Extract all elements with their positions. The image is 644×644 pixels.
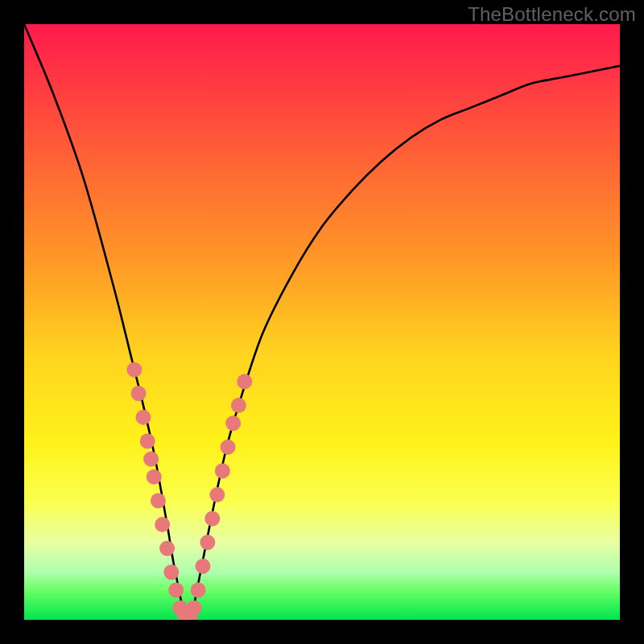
- data-marker: [131, 386, 147, 401]
- data-marker: [209, 487, 225, 502]
- data-marker: [191, 583, 206, 598]
- data-marker: [163, 564, 179, 580]
- data-marker: [155, 517, 170, 532]
- data-marker: [143, 452, 159, 467]
- data-marker: [168, 583, 184, 598]
- data-marker: [151, 493, 166, 509]
- data-marker: [237, 374, 252, 390]
- data-marker: [225, 415, 241, 431]
- marker-group: [126, 362, 252, 620]
- data-marker: [159, 541, 175, 556]
- bottleneck-curve: [24, 24, 620, 620]
- data-marker: [231, 398, 246, 413]
- data-marker: [126, 362, 142, 378]
- data-marker: [204, 511, 220, 526]
- data-marker: [147, 469, 162, 485]
- data-marker: [221, 440, 236, 455]
- data-marker: [186, 601, 201, 616]
- chart-frame: TheBottleneck.com: [0, 0, 644, 644]
- data-marker: [215, 464, 230, 479]
- plot-area: [24, 24, 620, 620]
- curve-svg: [24, 24, 620, 620]
- curve-path-group: [24, 24, 620, 620]
- data-marker: [140, 434, 155, 449]
- attribution-text: TheBottleneck.com: [468, 3, 636, 26]
- data-marker: [196, 559, 211, 574]
- data-marker: [136, 410, 151, 425]
- data-marker: [200, 535, 215, 550]
